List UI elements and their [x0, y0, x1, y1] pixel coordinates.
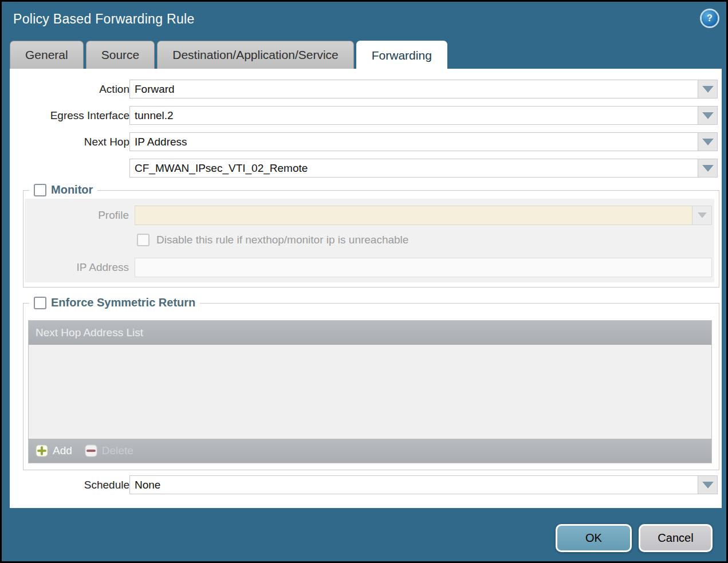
egress-interface-input[interactable]: tunnel.2 — [129, 106, 698, 125]
symmetric-return-group: Enforce Symmetric Return Next Hop Addres… — [23, 303, 719, 470]
chevron-down-icon — [702, 86, 714, 93]
egress-interface-dropdown-button[interactable] — [698, 106, 718, 125]
disable-rule-row: Disable this rule if nexthop/monitor ip … — [137, 234, 408, 246]
symmetric-return-checkbox[interactable] — [34, 297, 46, 309]
next-hop-type-input[interactable]: IP Address — [129, 132, 698, 151]
action-label: Action — [21, 80, 129, 99]
tab-destination-application-service[interactable]: Destination/Application/Service — [157, 41, 354, 69]
chevron-down-icon — [702, 165, 714, 172]
schedule-input[interactable]: None — [129, 475, 698, 494]
chevron-down-icon — [702, 482, 714, 489]
dialog-title: Policy Based Forwarding Rule — [13, 11, 195, 27]
chevron-down-icon — [702, 139, 714, 145]
profile-label: Profile — [26, 206, 129, 225]
action-dropdown-button[interactable] — [698, 80, 718, 99]
ok-button[interactable]: OK — [556, 524, 632, 552]
next-hop-address-list-toolbar: Add Delete — [29, 439, 711, 463]
egress-interface-label: Egress Interface — [21, 106, 129, 125]
action-input[interactable]: Forward — [129, 80, 698, 99]
next-hop-address-list-header: Next Hop Address List — [29, 321, 711, 345]
symmetric-return-legend-label: Enforce Symmetric Return — [51, 296, 195, 309]
plus-icon — [36, 444, 48, 457]
tab-bar: General Source Destination/Application/S… — [10, 41, 447, 69]
monitor-disabled-panel: Profile Disable this rule if nexthop/mon… — [25, 199, 714, 282]
monitor-legend-label: Monitor — [51, 183, 93, 196]
monitor-legend: Monitor — [29, 183, 97, 196]
next-hop-label: Next Hop — [21, 132, 129, 151]
monitor-ip-address-label: IP Address — [26, 258, 129, 277]
tab-general[interactable]: General — [10, 41, 84, 69]
monitor-checkbox[interactable] — [34, 184, 46, 196]
next-hop-type-dropdown-button[interactable] — [698, 132, 718, 151]
disable-rule-checkbox — [137, 234, 149, 246]
next-hop-address-list-body[interactable] — [29, 345, 711, 439]
help-icon[interactable]: ? — [702, 10, 718, 26]
policy-based-forwarding-dialog: Policy Based Forwarding Rule ? General S… — [0, 0, 728, 563]
tab-source[interactable]: Source — [86, 41, 155, 69]
schedule-label: Schedule — [21, 475, 129, 494]
tab-forwarding[interactable]: Forwarding — [356, 41, 447, 70]
schedule-dropdown-button[interactable] — [698, 475, 718, 494]
delete-button: Delete — [85, 444, 133, 457]
disable-rule-label: Disable this rule if nexthop/monitor ip … — [156, 234, 408, 246]
minus-icon — [85, 444, 97, 457]
next-hop-address-input[interactable]: CF_MWAN_IPsec_VTI_02_Remote — [129, 159, 698, 178]
next-hop-address-dropdown-button[interactable] — [698, 159, 718, 178]
next-hop-address-table: Next Hop Address List Add — [28, 320, 712, 463]
chevron-down-icon — [698, 212, 707, 218]
profile-dropdown-button — [692, 206, 712, 225]
chevron-down-icon — [702, 112, 714, 119]
monitor-group: Monitor Profile Disable this rule if nex… — [23, 190, 719, 288]
monitor-ip-address-input — [135, 258, 712, 277]
symmetric-return-legend: Enforce Symmetric Return — [29, 296, 200, 309]
cancel-button[interactable]: Cancel — [639, 524, 713, 552]
forwarding-tab-panel: Action Forward Egress Interface tunnel.2… — [10, 69, 722, 508]
add-button[interactable]: Add — [36, 444, 72, 457]
profile-input — [135, 206, 692, 225]
add-button-label: Add — [53, 444, 72, 457]
delete-button-label: Delete — [102, 444, 133, 457]
